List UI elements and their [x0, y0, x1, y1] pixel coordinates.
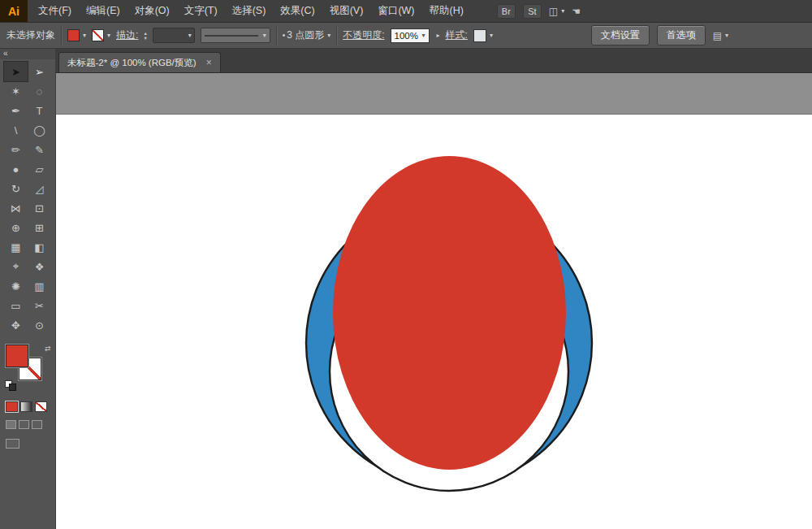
document-setup-button[interactable]: 文档设置 — [591, 25, 650, 46]
pencil-tool[interactable]: ✎ — [28, 140, 51, 159]
pen-tool[interactable]: ✒ — [4, 101, 28, 120]
default-stroke-icon — [9, 384, 16, 391]
fill-proxy-swatch[interactable] — [6, 345, 28, 367]
screen-mode-button[interactable] — [6, 439, 19, 449]
eyedropper-tool[interactable]: ⌖ — [4, 257, 28, 276]
lasso-tool[interactable]: ◌ — [28, 81, 51, 101]
line-segment-tool[interactable]: \ — [4, 120, 28, 140]
opacity-expand-icon[interactable]: ▸ — [437, 32, 440, 39]
brush-definition-dropdown[interactable]: • 3 点圆形 ▾ — [283, 28, 331, 42]
selection-status: 未选择对象 — [6, 28, 55, 42]
panel-menu-icon: ▤ — [713, 30, 722, 41]
width-profile-dropdown[interactable]: ▾ — [201, 28, 270, 43]
stroke-weight-label[interactable]: 描边: — [116, 28, 138, 42]
eraser-tool[interactable]: ▱ — [28, 159, 51, 179]
separator — [276, 27, 277, 45]
app-logo: Ai — [0, 0, 28, 22]
shape-builder-tool[interactable]: ⊕ — [4, 218, 28, 237]
slice-tool[interactable]: ✂ — [28, 296, 51, 315]
tools-panel: « ➤➢✶◌✒T\◯✏✎●▱↻◿⋈⊡⊕⊞▦◧⌖❖✺▥▭✂✥⊙ ⇄ — [0, 49, 56, 529]
style-dropdown[interactable]: ▾ — [473, 29, 493, 42]
control-bar: 未选择对象 ▾ ▾ 描边: ▴ ▾ ▾ ▾ • 3 点圆形 ▾ 不透明 — [0, 23, 812, 49]
column-graph-tool[interactable]: ▥ — [28, 276, 51, 296]
brush-definition-value: 3 点圆形 — [287, 28, 324, 42]
document-tab-title: 未标题-2* @ 100% (RGB/预览) — [67, 57, 197, 69]
opacity-value: 100% — [395, 31, 418, 41]
drawing-modes-row — [6, 420, 55, 429]
artwork-layer — [56, 73, 812, 529]
opacity-label[interactable]: 不透明度: — [343, 28, 384, 42]
opacity-combo[interactable]: 100% ▾ — [391, 28, 430, 43]
menu-help[interactable]: 帮助(H) — [422, 0, 471, 22]
draw-inside-button[interactable] — [32, 420, 42, 429]
draw-normal-button[interactable] — [6, 420, 16, 429]
gradient-tool[interactable]: ◧ — [28, 237, 51, 257]
document-tab-bar: 未标题-2* @ 100% (RGB/预览) × — [56, 49, 812, 73]
blob-brush-tool[interactable]: ● — [4, 159, 28, 179]
rotate-tool[interactable]: ↻ — [4, 179, 28, 198]
menu-window[interactable]: 窗口(W) — [370, 0, 421, 22]
menu-list: 文件(F)编辑(E)对象(O)文字(T)选择(S)效果(C)视图(V)窗口(W)… — [31, 0, 471, 22]
screen-mode-row — [6, 437, 55, 452]
menu-object[interactable]: 对象(O) — [127, 0, 177, 22]
menubar: Ai 文件(F)编辑(E)对象(O)文字(T)选择(S)效果(C)视图(V)窗口… — [0, 0, 812, 23]
toolbar-collapse-button[interactable]: « — [0, 49, 55, 59]
stroke-swatch-icon — [92, 29, 104, 41]
ellipse-tool[interactable]: ◯ — [28, 120, 51, 140]
menu-file[interactable]: 文件(F) — [31, 0, 79, 22]
fill-color-control[interactable]: ▾ — [67, 29, 86, 41]
chevron-down-icon: ▾ — [107, 32, 110, 39]
stock-button[interactable]: St — [523, 4, 542, 19]
direct-selection-tool[interactable]: ➢ — [28, 62, 51, 81]
width-tool[interactable]: ⋈ — [4, 198, 28, 218]
hand-tool[interactable]: ✥ — [4, 315, 28, 335]
default-fill-stroke-icon[interactable] — [5, 380, 18, 392]
paintbrush-tool[interactable]: ✏ — [4, 140, 28, 159]
arrange-documents-button[interactable]: ◫ ▾ — [549, 6, 564, 17]
chevron-down-icon: ▾ — [422, 32, 425, 39]
separator — [336, 27, 337, 45]
zoom-tool[interactable]: ⊙ — [28, 315, 51, 335]
mesh-tool[interactable]: ▦ — [4, 237, 28, 257]
bridge-button[interactable]: Br — [497, 4, 516, 19]
width-profile-preview — [205, 35, 258, 37]
chevron-down-icon: ▾ — [83, 32, 86, 39]
brush-preview-icon: • — [283, 31, 286, 40]
symbol-sprayer-tool[interactable]: ✺ — [4, 276, 28, 296]
canvas[interactable] — [56, 73, 812, 529]
red-ellipse-shape[interactable] — [333, 156, 566, 470]
gradient-mode-button[interactable] — [20, 401, 32, 412]
work-area: « ➤➢✶◌✒T\◯✏✎●▱↻◿⋈⊡⊕⊞▦◧⌖❖✺▥▭✂✥⊙ ⇄ — [0, 49, 812, 529]
selection-tool[interactable]: ➤ — [4, 62, 28, 81]
hand-stamp-icon[interactable]: ☚ — [572, 6, 581, 17]
chevron-down-icon: ▾ — [490, 32, 493, 39]
free-transform-tool[interactable]: ⊡ — [28, 198, 51, 218]
menu-effect[interactable]: 效果(C) — [273, 0, 322, 22]
menu-view[interactable]: 视图(V) — [322, 0, 371, 22]
chevron-down-icon: ▾ — [188, 32, 192, 39]
swap-fill-stroke-icon[interactable]: ⇄ — [45, 345, 51, 353]
stroke-color-control[interactable]: ▾ — [92, 29, 110, 41]
none-mode-button[interactable] — [35, 401, 47, 412]
tab-close-icon[interactable]: × — [206, 57, 212, 68]
magic-wand-tool[interactable]: ✶ — [4, 81, 28, 101]
control-bar-right: 文档设置 首选项 ▤ ▾ — [591, 25, 728, 46]
stroke-weight-combo[interactable]: ▾ — [153, 28, 195, 43]
blend-tool[interactable]: ❖ — [28, 257, 51, 276]
menu-edit[interactable]: 编辑(E) — [79, 0, 127, 22]
stroke-weight-stepper[interactable]: ▴ ▾ — [144, 31, 146, 41]
color-mode-button[interactable] — [6, 401, 18, 412]
style-label[interactable]: 样式: — [446, 28, 468, 42]
scale-tool[interactable]: ◿ — [28, 179, 51, 198]
artboard-tool[interactable]: ▭ — [4, 296, 28, 315]
preferences-button[interactable]: 首选项 — [657, 25, 706, 46]
perspective-grid-tool[interactable]: ⊞ — [28, 218, 51, 237]
type-tool[interactable]: T — [28, 101, 51, 120]
style-swatch-icon — [473, 29, 486, 42]
draw-behind-button[interactable] — [19, 420, 29, 429]
document-tab[interactable]: 未标题-2* @ 100% (RGB/预览) × — [58, 52, 221, 72]
menu-type[interactable]: 文字(T) — [177, 0, 225, 22]
separator — [61, 27, 62, 45]
menu-select[interactable]: 选择(S) — [225, 0, 274, 22]
panel-menu-button[interactable]: ▤ ▾ — [713, 30, 728, 41]
